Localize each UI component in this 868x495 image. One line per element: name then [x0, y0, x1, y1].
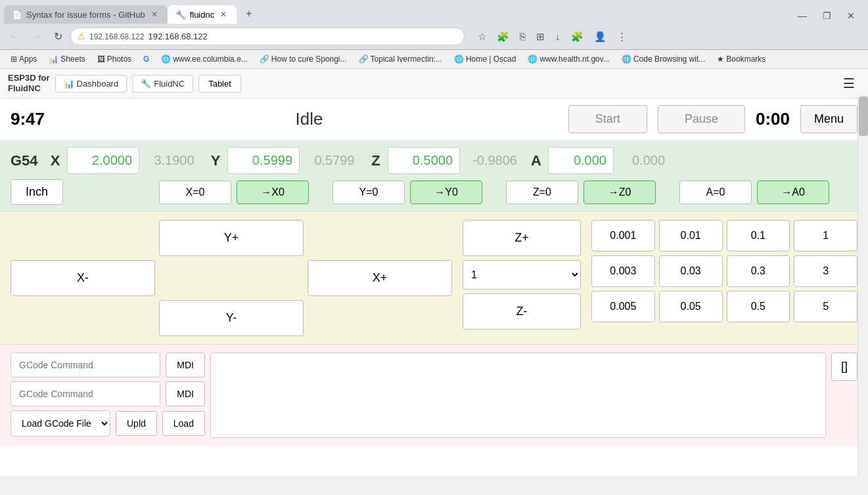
step-0003[interactable]: 0.003: [591, 255, 655, 287]
load-button[interactable]: Load: [162, 411, 205, 436]
tab-github[interactable]: 📄 Syntax for issue forms - GitHub ✕: [4, 5, 168, 24]
step-5[interactable]: 5: [794, 291, 857, 322]
tab-label: Syntax for issue forms - GitHub: [26, 10, 145, 20]
bookmark-columbia[interactable]: 🌐 www.ee.columbia.e...: [156, 53, 252, 66]
window-controls: — ❐ ✕: [785, 8, 868, 24]
bookmark-oscad[interactable]: 🌐 Home | Oscad: [449, 53, 521, 66]
z-plus-button[interactable]: Z+: [463, 220, 581, 256]
x-goto-button[interactable]: →X0: [237, 181, 309, 204]
app-header: ESP3D for FluidNC 📊 Dashboard 🔧 FluidNC …: [0, 69, 868, 98]
step-0005[interactable]: 0.005: [591, 291, 655, 322]
restore-button[interactable]: ❐: [815, 8, 839, 24]
tab-fluidnc[interactable]: 🔧 fluidnc ✕: [168, 5, 237, 24]
menu-icon[interactable]: ⋮: [613, 28, 631, 45]
step-001[interactable]: 0.01: [659, 220, 723, 251]
coordinate-area: G54 X 3.1900 Y 0.5799 Z -0.9806 A 0.000 …: [0, 140, 868, 212]
x-plus-button[interactable]: X+: [308, 260, 452, 296]
scrollbar-thumb[interactable]: [859, 97, 868, 136]
gcode-input-2[interactable]: [11, 381, 160, 406]
bookmark-bookmarks[interactable]: ★ Bookmarks: [712, 53, 771, 66]
y-minus-button[interactable]: Y-: [159, 300, 304, 336]
unit-toggle-button[interactable]: Inch: [11, 179, 63, 205]
bookmark-google[interactable]: G: [138, 53, 154, 66]
gcode-left-right: MDI MDI Load GCode File Upld Load: [11, 353, 857, 438]
status-bar: 9:47 Idle Start Pause 0:00 Menu: [0, 98, 868, 140]
y-coord-input[interactable]: [227, 147, 300, 174]
new-tab-button[interactable]: +: [239, 4, 258, 24]
z-zero-button[interactable]: Z=0: [506, 181, 578, 204]
profile-icon[interactable]: 👤: [590, 28, 610, 45]
share-icon[interactable]: ⎘: [516, 28, 530, 45]
step-03[interactable]: 0.3: [727, 255, 790, 287]
gcode-row-1: MDI: [11, 353, 205, 377]
health-icon: 🌐: [528, 54, 537, 64]
bookmark-topical[interactable]: 🔗 Topical Ivermectin:...: [354, 53, 447, 66]
pause-button[interactable]: Pause: [658, 105, 745, 133]
a-secondary: 0.000: [619, 153, 678, 168]
minimize-button[interactable]: —: [790, 8, 815, 24]
topical-icon: 🔗: [359, 54, 369, 64]
bookmark-health-label: www.health.nt.gov...: [539, 54, 610, 64]
bookmark-code[interactable]: 🌐 Code Browsing wit...: [616, 53, 710, 66]
x-zero-button[interactable]: X=0: [159, 181, 231, 204]
bracket-button[interactable]: []: [831, 353, 857, 381]
start-button[interactable]: Start: [568, 105, 647, 133]
back-button[interactable]: ←: [5, 28, 24, 45]
y-zero-button[interactable]: Y=0: [332, 181, 405, 204]
x-axis-label: X: [49, 152, 62, 169]
step-003[interactable]: 0.03: [659, 255, 723, 287]
a-coord-input[interactable]: [548, 147, 614, 174]
sheets-icon: 📊: [49, 54, 58, 64]
feed-rate-select[interactable]: 1: [463, 260, 581, 290]
z-goto-button[interactable]: →Z0: [583, 181, 656, 204]
y-goto-button[interactable]: →Y0: [410, 181, 482, 204]
y-plus-button[interactable]: Y+: [159, 220, 304, 256]
tab-close-fluidnc[interactable]: ✕: [218, 9, 229, 20]
step-row-2: 0.003 0.03 0.3 3: [591, 255, 857, 287]
bookmark-photos[interactable]: 🖼 Photos: [92, 53, 137, 66]
tab-close-github[interactable]: ✕: [149, 9, 160, 20]
upload-button[interactable]: Upld: [116, 411, 157, 436]
scrollbar[interactable]: [857, 95, 868, 476]
load-gcode-select[interactable]: Load GCode File: [11, 410, 110, 437]
apps-grid-icon[interactable]: ⊞: [532, 28, 549, 45]
step-3[interactable]: 3: [794, 255, 857, 287]
bookmark-apps[interactable]: ⊞ Apps: [5, 53, 42, 66]
close-button[interactable]: ✕: [839, 8, 863, 24]
tablet-label: Tablet: [208, 79, 231, 89]
bookmark-sheets[interactable]: 📊 Sheets: [43, 53, 90, 66]
hamburger-menu-button[interactable]: ☰: [838, 73, 860, 94]
extensions-icon[interactable]: 🧩: [493, 28, 513, 45]
z-coord-input[interactable]: [388, 147, 460, 174]
dashboard-nav-button[interactable]: 📊 Dashboard: [55, 75, 127, 93]
download-icon[interactable]: ↓: [551, 28, 564, 45]
address-input[interactable]: ⚠ 192.168.68.122 192.168.68.122: [70, 28, 465, 45]
bookmark-spongi[interactable]: 🔗 How to cure Spongi...: [254, 53, 352, 66]
tablet-tab-button[interactable]: Tablet: [198, 75, 241, 93]
apps-icon: ⊞: [11, 54, 17, 64]
reload-button[interactable]: ↻: [50, 28, 66, 45]
a-zero-button[interactable]: A=0: [679, 181, 752, 204]
a-goto-button[interactable]: →A0: [757, 181, 829, 204]
x-coord-input[interactable]: [67, 147, 139, 174]
gcode-input-1[interactable]: [11, 353, 160, 377]
step-01[interactable]: 0.1: [727, 220, 790, 251]
mdi-button-2[interactable]: MDI: [166, 381, 205, 406]
bookmark-star-icon[interactable]: ☆: [474, 28, 490, 45]
x-minus-button[interactable]: X-: [11, 260, 155, 296]
step-005[interactable]: 0.05: [659, 291, 723, 322]
forward-button[interactable]: →: [28, 28, 46, 45]
puzzle-icon[interactable]: 🧩: [567, 28, 587, 45]
bookmark-health[interactable]: 🌐 www.health.nt.gov...: [522, 53, 615, 66]
step-05[interactable]: 0.5: [727, 291, 790, 322]
step-1[interactable]: 1: [794, 220, 857, 251]
fluidnc-nav-button[interactable]: 🔧 FluidNC: [132, 75, 193, 93]
z-minus-button[interactable]: Z-: [463, 293, 581, 330]
bookmark-columbia-label: www.ee.columbia.e...: [173, 54, 247, 64]
z-secondary: -0.9806: [465, 153, 524, 168]
zero-button-row: Inch X=0 →X0 Y=0 →Y0 Z=0 →Z0 A=0 →A0: [11, 179, 857, 205]
step-row-1: 0.001 0.01 0.1 1: [591, 220, 857, 251]
step-0001[interactable]: 0.001: [591, 220, 655, 251]
menu-button[interactable]: Menu: [800, 105, 857, 133]
mdi-button-1[interactable]: MDI: [166, 353, 205, 377]
